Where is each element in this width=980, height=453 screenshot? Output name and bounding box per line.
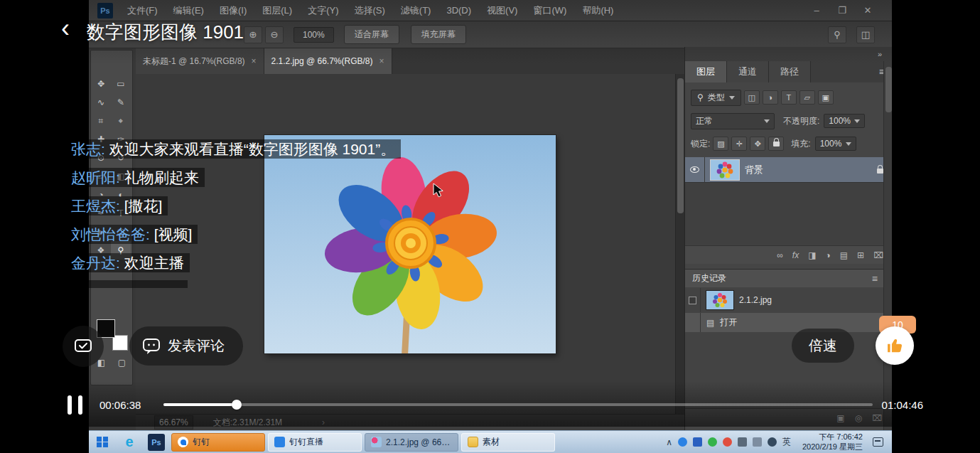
new-layer-icon[interactable]: ⊞	[857, 250, 864, 260]
filter-type-icon[interactable]: T	[781, 90, 797, 105]
tray-dingtalk-icon[interactable]	[678, 437, 687, 447]
filter-pixel-icon[interactable]: ◫	[744, 90, 760, 105]
tab-paths[interactable]: 路径	[769, 61, 811, 82]
history-brush-source-icon[interactable]	[685, 288, 701, 312]
chat-sender: 金丹达:	[71, 255, 120, 271]
fill-select[interactable]: 100%	[815, 137, 856, 151]
lasso-tool-icon[interactable]: ∿	[91, 93, 111, 112]
history-brush-source-icon[interactable]	[685, 313, 701, 332]
start-button[interactable]	[89, 431, 116, 453]
menu-filter[interactable]: 滤镜(T)	[393, 0, 439, 21]
document-tabbar: 未标题-1 @ 16.7%(RGB/8) × 2.1.2.jpg @ 66.7%…	[136, 48, 684, 74]
zoom-value-field[interactable]: 100%	[294, 27, 334, 43]
tray-volume-icon[interactable]	[768, 437, 777, 447]
blend-mode-select[interactable]: 正常	[691, 113, 775, 129]
menu-file[interactable]: 文件(F)	[119, 0, 166, 21]
history-state-row[interactable]: ▤ 打开	[685, 313, 892, 332]
layer-thumbnail[interactable]	[711, 160, 739, 180]
adjustment-layer-icon[interactable]: ◑	[826, 250, 831, 260]
chat-message: 张志: 欢迎大家来观看直播“数字图形图像 1901”。	[65, 138, 401, 160]
edge-taskbar-button[interactable]: e	[116, 431, 143, 453]
close-button[interactable]: ✕	[855, 0, 881, 21]
zoom-in-toggle-icon[interactable]: ⊕	[244, 26, 262, 43]
menu-3d[interactable]: 3D(D)	[438, 0, 479, 21]
taskbar-tab-dingtalk[interactable]: 钉钉	[171, 433, 265, 452]
marquee-tool-icon[interactable]: ▭	[111, 75, 131, 93]
tray-display-icon[interactable]	[753, 437, 762, 447]
layers-panel-footer: ∞ fx ◨ ◑ ▤ ⊞ ⌧	[685, 245, 892, 264]
history-snapshot-row[interactable]: 2.1.2.jpg	[685, 287, 892, 313]
eyedropper-tool-icon[interactable]: ⌖	[111, 112, 131, 130]
layer-visibility-toggle[interactable]	[685, 157, 705, 183]
filter-smartobject-icon[interactable]: ▣	[818, 90, 834, 105]
search-icon[interactable]: ⚲	[828, 26, 846, 43]
panel-collapse-icon[interactable]: »	[685, 47, 892, 61]
playback-speed-button[interactable]: 倍速	[792, 329, 854, 363]
minimize-button[interactable]: –	[804, 0, 829, 21]
taskbar-tab-folder[interactable]: 素材	[461, 433, 555, 452]
menu-layer[interactable]: 图层(L)	[254, 0, 300, 21]
clock-time: 下午 7:06:42	[819, 432, 863, 441]
menu-view[interactable]: 视图(V)	[479, 0, 525, 21]
move-tool-icon[interactable]: ✥	[91, 75, 111, 93]
seek-bar[interactable]	[163, 403, 873, 406]
tab-channels[interactable]: 通道	[727, 61, 769, 82]
lock-transparent-icon[interactable]: ▨	[713, 137, 728, 151]
tab-close-icon[interactable]: ×	[379, 56, 384, 66]
back-button[interactable]: ‹	[61, 16, 70, 41]
layer-filter-dropdown[interactable]: ⚲ 类型	[691, 90, 741, 106]
taskbar-tab-label: 素材	[483, 436, 500, 448]
delete-layer-icon[interactable]: ⌧	[873, 250, 883, 260]
opacity-select[interactable]: 100%	[824, 114, 865, 128]
lock-position-icon[interactable]: ✥	[750, 137, 765, 151]
zoom-out-toggle-icon[interactable]: ⊖	[265, 26, 284, 43]
tray-microphone-icon[interactable]	[738, 437, 747, 447]
chat-text: 欢迎大家来观看直播“数字图形图像 1901”。	[109, 141, 396, 157]
menu-edit[interactable]: 编辑(E)	[166, 0, 212, 21]
menu-select[interactable]: 选择(S)	[346, 0, 392, 21]
tray-app-icon[interactable]	[693, 437, 702, 447]
document-tab-untitled[interactable]: 未标题-1 @ 16.7%(RGB/8) ×	[136, 48, 264, 74]
menu-image[interactable]: 图像(I)	[212, 0, 254, 21]
tray-expand-icon[interactable]: ∧	[666, 437, 672, 447]
menu-type[interactable]: 文字(Y)	[300, 0, 346, 21]
tab-close-icon[interactable]: ×	[252, 56, 257, 66]
comment-input[interactable]: 发表评论	[129, 326, 243, 366]
windows-taskbar: e Ps 钉钉 钉钉直播 2.1.2.jpg @ 66.7%… 素材 ∧	[89, 430, 892, 453]
lock-pixels-icon[interactable]: ✛	[731, 137, 747, 151]
tab-layers[interactable]: 图层	[685, 61, 727, 82]
layer-effects-icon[interactable]: fx	[792, 250, 799, 260]
tray-security-icon[interactable]	[708, 437, 717, 447]
action-center-icon[interactable]	[873, 437, 883, 447]
document-tab-212jpg[interactable]: 2.1.2.jpg @ 66.7%(RGB/8) ×	[264, 48, 392, 74]
layer-group-icon[interactable]: ▤	[840, 250, 848, 260]
taskbar-tab-label: 2.1.2.jpg @ 66.7%…	[386, 437, 452, 447]
fill-screen-button[interactable]: 填充屏幕	[411, 25, 466, 44]
lock-all-icon[interactable]	[768, 137, 784, 151]
workspace-icon[interactable]: ◫	[856, 26, 875, 43]
input-language-indicator[interactable]: 英	[782, 436, 791, 448]
panel-scrollbar[interactable]	[883, 61, 892, 430]
fit-screen-button[interactable]: 适合屏幕	[344, 25, 399, 44]
photoshop-taskbar-button[interactable]: Ps	[143, 431, 170, 453]
menu-window[interactable]: 窗口(W)	[525, 0, 574, 21]
quick-select-tool-icon[interactable]: ✎	[111, 93, 131, 112]
restore-button[interactable]: ❐	[829, 0, 855, 21]
tray-alert-icon[interactable]	[723, 437, 732, 447]
crop-tool-icon[interactable]: ⌗	[91, 112, 111, 130]
canvas-vertical-scrollbar[interactable]	[675, 74, 684, 414]
pause-button[interactable]	[68, 395, 82, 415]
taskbar-tab-photoshop-doc[interactable]: 2.1.2.jpg @ 66.7%…	[365, 433, 458, 452]
link-layers-icon[interactable]: ∞	[777, 250, 783, 260]
filter-shape-icon[interactable]: ▱	[799, 90, 815, 105]
filter-adjustment-icon[interactable]: ◑	[763, 90, 778, 105]
seek-handle[interactable]	[232, 400, 242, 410]
screen-mode-icon[interactable]: ▢	[112, 358, 132, 368]
layer-mask-icon[interactable]: ◨	[808, 250, 816, 260]
taskbar-clock[interactable]: 下午 7:06:42 2020/2/19 星期三	[802, 432, 863, 452]
menu-help[interactable]: 帮助(H)	[574, 0, 621, 21]
comment-list-toggle[interactable]	[63, 326, 104, 367]
like-button[interactable]	[876, 326, 914, 365]
taskbar-tab-dingtalk-live[interactable]: 钉钉直播	[268, 433, 362, 452]
layer-row-background[interactable]: 背景	[685, 157, 892, 183]
